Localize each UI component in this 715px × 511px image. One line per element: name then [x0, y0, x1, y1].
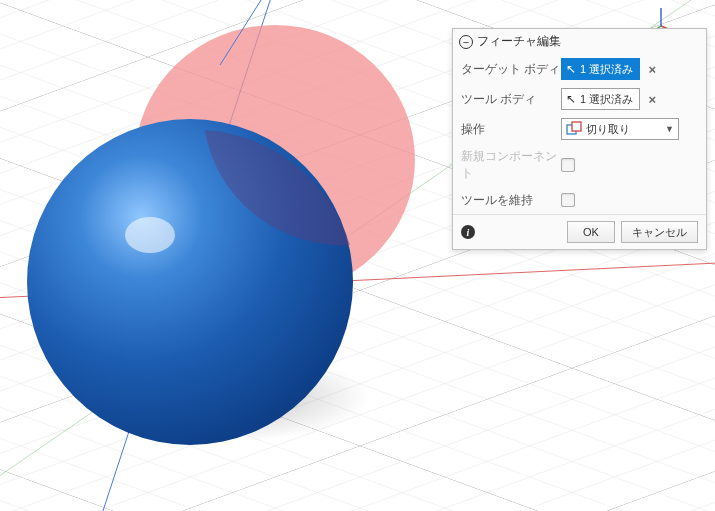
- tool-body-chip-text: 1 選択済み: [580, 92, 633, 107]
- cursor-icon: ↖: [566, 62, 576, 76]
- tool-body-clear[interactable]: ×: [644, 91, 660, 107]
- new-component-checkbox: [561, 158, 575, 172]
- target-body-sphere[interactable]: [27, 119, 353, 445]
- target-body-chip-text: 1 選択済み: [580, 62, 633, 77]
- operation-value: 切り取り: [586, 122, 630, 137]
- cut-operation-icon: [566, 121, 582, 137]
- keep-tools-checkbox[interactable]: [561, 193, 575, 207]
- new-component-label: 新規コンポーネント: [461, 148, 561, 182]
- row-new-component: 新規コンポーネント: [453, 144, 706, 186]
- operation-label: 操作: [461, 121, 561, 138]
- row-operation: 操作 切り取り ▼: [453, 114, 706, 144]
- panel-footer: i OK キャンセル: [453, 214, 706, 249]
- cursor-icon: ↖: [566, 92, 576, 106]
- feature-edit-panel: − フィーチャ編集 ターゲット ボディ ↖ 1 選択済み × ツール ボディ ↖…: [452, 28, 707, 250]
- target-body-clear[interactable]: ×: [644, 61, 660, 77]
- operation-select[interactable]: 切り取り ▼: [561, 118, 679, 140]
- panel-titlebar[interactable]: − フィーチャ編集: [453, 29, 706, 54]
- info-icon[interactable]: i: [461, 225, 475, 239]
- cancel-button[interactable]: キャンセル: [621, 221, 698, 243]
- target-body-selection[interactable]: ↖ 1 選択済み: [561, 58, 640, 80]
- svg-rect-9: [572, 122, 581, 131]
- tool-body-selection[interactable]: ↖ 1 選択済み: [561, 88, 640, 110]
- panel-title: フィーチャ編集: [477, 33, 561, 50]
- sphere-specular: [125, 217, 175, 253]
- row-tool-body: ツール ボディ ↖ 1 選択済み ×: [453, 84, 706, 114]
- ok-button[interactable]: OK: [567, 221, 615, 243]
- chevron-down-icon: ▼: [665, 124, 674, 134]
- target-body-label: ターゲット ボディ: [461, 61, 561, 78]
- row-target-body: ターゲット ボディ ↖ 1 選択済み ×: [453, 54, 706, 84]
- tool-body-label: ツール ボディ: [461, 91, 561, 108]
- collapse-icon[interactable]: −: [459, 35, 473, 49]
- row-keep-tools: ツールを維持: [453, 186, 706, 214]
- keep-tools-label: ツールを維持: [461, 192, 561, 209]
